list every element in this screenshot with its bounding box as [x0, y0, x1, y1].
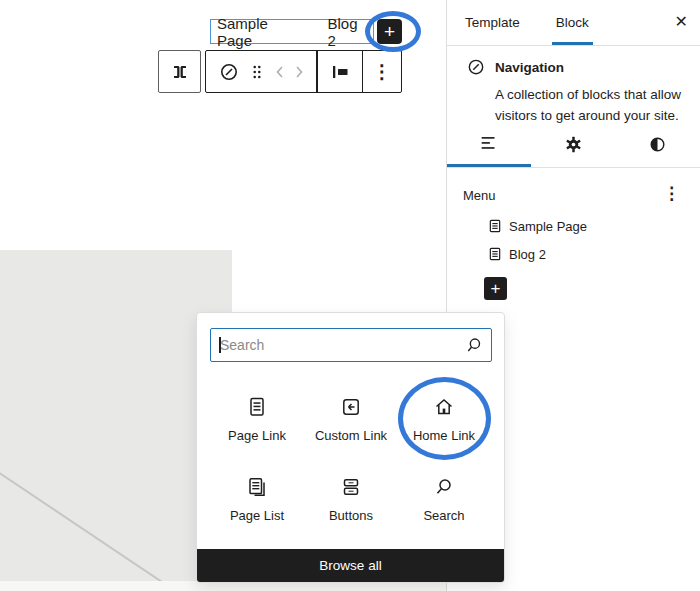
wordpress-block-editor: Sample Page Blog 2 +	[0, 0, 700, 591]
tab-block[interactable]: Block	[552, 0, 593, 45]
custom-link-icon	[339, 395, 363, 419]
justify-items-button[interactable]	[328, 60, 352, 84]
navigation-block-selected[interactable]: Sample Page Blog 2	[210, 19, 374, 44]
menu-item-label: Blog 2	[509, 247, 546, 262]
inserter-item-search[interactable]: Search	[397, 461, 491, 537]
block-card-title: Navigation	[495, 60, 564, 75]
page-list-icon	[245, 475, 269, 499]
inserter-item-home-link[interactable]: Home Link	[397, 381, 491, 457]
menu-options-button[interactable]: ⋮	[663, 185, 680, 202]
buttons-icon	[339, 475, 363, 499]
inserter-item-label: Home Link	[413, 428, 475, 443]
inserter-item-label: Custom Link	[315, 428, 387, 443]
justify-left-icon	[328, 60, 352, 84]
nav-menu-item-blog-2[interactable]: Blog 2	[328, 15, 367, 49]
styles-half-circle-icon	[647, 134, 668, 155]
block-options-button[interactable]: ⋮	[373, 62, 392, 81]
tab-list-view[interactable]	[447, 122, 531, 167]
toolbar-justify-segment	[318, 51, 362, 92]
block-inserter-popup: Page Link Custom Link Home Link	[196, 312, 505, 583]
navigation-block-icon	[466, 57, 486, 77]
tab-template[interactable]: Template	[461, 0, 524, 45]
inserter-item-label: Page Link	[228, 428, 286, 443]
navigation-block-type-button[interactable]	[217, 60, 241, 84]
drag-handle[interactable]	[246, 61, 268, 83]
inserter-item-page-link[interactable]: Page Link	[210, 381, 304, 457]
search-field-wrapper	[210, 328, 492, 362]
inserter-item-page-list[interactable]: Page List	[210, 461, 304, 537]
text-caret	[219, 337, 221, 353]
block-toolbar: ⋮	[205, 50, 402, 93]
search-input[interactable]	[210, 328, 492, 362]
menu-item-sample-page[interactable]: Sample Page	[487, 218, 587, 234]
navigation-icon	[217, 60, 241, 84]
page-link-icon	[245, 395, 269, 419]
inserter-item-label: Search	[423, 508, 464, 523]
list-view-icon	[478, 132, 500, 154]
browse-all-button[interactable]: Browse all	[197, 549, 504, 582]
chevron-left-icon	[273, 64, 287, 80]
inserter-item-label: Buttons	[329, 508, 373, 523]
sidebar-add-block-button[interactable]: +	[484, 277, 507, 300]
inserter-item-label: Page List	[230, 508, 284, 523]
toolbar-options-segment: ⋮	[363, 51, 401, 92]
close-sidebar-button[interactable]: ✕	[675, 12, 688, 31]
parent-selector-icon	[168, 60, 192, 84]
toolbar-main-segment	[206, 51, 316, 92]
menu-heading: Menu	[463, 188, 496, 203]
block-card-description: A collection of blocks that allow visito…	[495, 84, 695, 126]
menu-item-blog-2[interactable]: Blog 2	[487, 246, 546, 262]
tab-settings[interactable]	[531, 122, 615, 167]
search-block-icon	[432, 475, 456, 499]
sidebar-tabs: Template Block ✕	[447, 0, 700, 46]
move-left-button[interactable]	[273, 64, 287, 80]
move-right-button[interactable]	[292, 64, 306, 80]
menu-item-label: Sample Page	[509, 219, 587, 234]
tab-styles[interactable]	[616, 122, 700, 167]
select-parent-block-button[interactable]	[158, 50, 201, 93]
inserter-item-custom-link[interactable]: Custom Link	[304, 381, 398, 457]
page-icon	[487, 218, 503, 234]
nav-menu-item-sample-page[interactable]: Sample Page	[217, 15, 301, 49]
inserter-item-buttons[interactable]: Buttons	[304, 461, 398, 537]
drag-handle-icon	[246, 61, 268, 83]
inspector-tabs	[447, 122, 700, 168]
add-block-button[interactable]: +	[377, 19, 402, 44]
page-icon	[487, 246, 503, 262]
home-link-icon	[432, 395, 456, 419]
gear-icon	[563, 134, 584, 155]
chevron-right-icon	[292, 64, 306, 80]
